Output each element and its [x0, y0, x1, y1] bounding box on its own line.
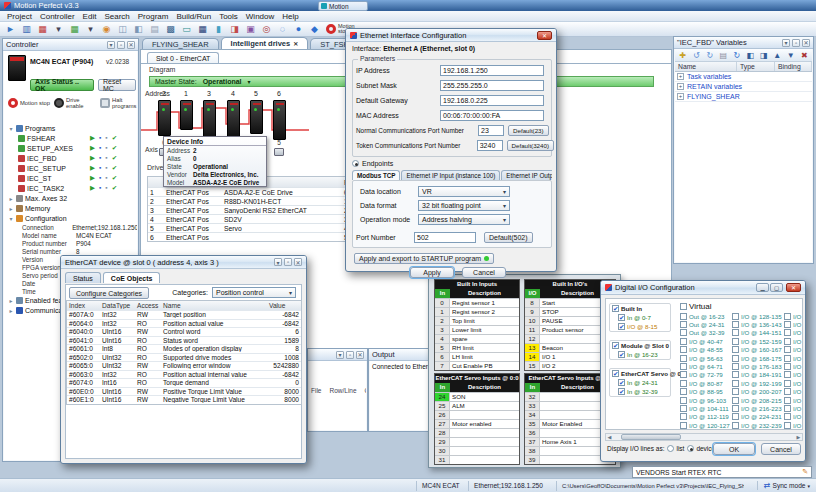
endpoint-tab-1[interactable]: Ethernet IP Input (instance 100): [401, 170, 500, 180]
io-range-row[interactable]: I/O @ 272-279: [782, 346, 802, 354]
io-range-row[interactable]: I/O @ 128-135: [730, 312, 782, 320]
io-range-row[interactable]: In @ 24-31: [610, 378, 670, 387]
io-range-row[interactable]: I/O @ 80-87: [678, 379, 730, 387]
endpoint-tab-2[interactable]: Ethernet IP Output (instance 101): [501, 170, 552, 180]
io-range-row[interactable]: I/O @ 232-239: [730, 421, 782, 429]
checkbox[interactable]: [680, 413, 687, 420]
io-row[interactable]: 4spare: [435, 334, 519, 343]
menu-help[interactable]: Help: [278, 11, 302, 22]
coe-object-row[interactable]: #6063:0Int32ROPosition actual internal v…: [67, 370, 301, 379]
io-range-row[interactable]: Out @ 24-31: [678, 320, 730, 328]
menu-project[interactable]: Project: [3, 11, 36, 22]
terminal-icon[interactable]: ◆: [307, 23, 322, 36]
checkbox[interactable]: [732, 321, 739, 328]
drive-image[interactable]: [273, 100, 286, 140]
io-range-row[interactable]: I/O @ 224-231: [730, 413, 782, 421]
io-row[interactable]: 30: [435, 446, 519, 455]
window-close-icon[interactable]: ✕: [294, 258, 302, 266]
io-row[interactable]: 6LH limit: [435, 352, 519, 361]
coe-object-row[interactable]: #6041:0UInt16ROStatus word1589: [67, 336, 301, 345]
scroll-right-icon[interactable]: ▶: [795, 434, 802, 440]
tree-program-fshear[interactable]: FSHEAR▶▪▪✔: [6, 133, 137, 143]
tree-expander-icon[interactable]: ▸: [8, 297, 14, 304]
move-up-icon[interactable]: ▲: [772, 50, 784, 61]
panel-menu-icon[interactable]: ▾: [336, 351, 344, 359]
io-range-row[interactable]: I/O @ 304-311: [782, 379, 802, 387]
checkbox[interactable]: [784, 355, 791, 362]
io-range-row[interactable]: I/O @ 248-255: [782, 320, 802, 328]
virtual-row[interactable]: Virtual: [678, 302, 712, 311]
field-input[interactable]: 3240: [477, 140, 503, 151]
io-range-row[interactable]: I/O @ 136-143: [730, 320, 782, 328]
checkbox[interactable]: [784, 363, 791, 370]
move-down-icon[interactable]: ▼: [785, 50, 797, 61]
coe-object-row[interactable]: #607A:0Int32RWTarget position-6842: [67, 310, 301, 319]
group-checkbox-row[interactable]: Built In: [610, 304, 670, 313]
endpoints-radio[interactable]: [352, 160, 359, 167]
table-viewer-icon[interactable]: ▦: [195, 23, 210, 36]
coe-object-row[interactable]: #6061:0Int8ROModes of operation display8: [67, 344, 301, 353]
io-range-row[interactable]: I/O @ 320-327: [782, 396, 802, 404]
checkbox[interactable]: [618, 351, 625, 358]
cancel-button[interactable]: Cancel: [761, 443, 801, 455]
configure-categories-button[interactable]: Configure Categories: [69, 287, 149, 299]
io-config-titlebar[interactable]: Digital I/O Configuration ▁ ▢ ✕: [601, 281, 805, 295]
sync-mode-button[interactable]: ⇄ Sync mode ▾: [757, 481, 816, 490]
io-range-row[interactable]: I/O @ 120-127: [678, 421, 730, 429]
tree-expander-icon[interactable]: ▾: [8, 125, 14, 132]
add-variable-icon[interactable]: ✚: [677, 50, 689, 61]
menu-tools[interactable]: Tools: [215, 11, 242, 22]
checkbox[interactable]: [680, 346, 687, 353]
file-copy-icon[interactable]: ▤: [147, 23, 162, 36]
coe-object-row[interactable]: #6040:0UInt16RWControl word6: [67, 327, 301, 336]
io-range-row[interactable]: I/O @ 216-223: [730, 404, 782, 412]
motion-generator-icon[interactable]: ◉: [99, 23, 114, 36]
undo-icon[interactable]: ↺: [691, 50, 703, 61]
oscilloscope-icon[interactable]: ▭: [179, 23, 194, 36]
minimize-icon[interactable]: ▁: [756, 283, 769, 292]
io-row[interactable]: 24SON: [435, 392, 519, 401]
coe-object-row[interactable]: #60E1:0UInt16RWNegative Torque Limit Val…: [67, 395, 301, 404]
checkbox[interactable]: [784, 397, 791, 404]
checkbox[interactable]: [680, 338, 687, 345]
checkbox[interactable]: [732, 363, 739, 370]
motion-floating-toolbar[interactable]: Motion: [318, 1, 368, 11]
io-range-row[interactable]: I/O @ 192-199: [730, 379, 782, 387]
checkbox[interactable]: [784, 388, 791, 395]
checkbox[interactable]: [784, 405, 791, 412]
slot-subtab[interactable]: Slot 0 - EtherCAT: [147, 52, 219, 63]
ok-button[interactable]: OK: [713, 443, 755, 455]
panel-menu-icon[interactable]: ▾: [107, 41, 115, 49]
open-project-icon[interactable]: ►: [3, 23, 18, 36]
variable-group-row[interactable]: +Task variables: [675, 72, 812, 82]
checkbox[interactable]: [612, 305, 619, 312]
field-input[interactable]: 23: [478, 125, 504, 136]
close-icon[interactable]: ✕: [786, 283, 801, 292]
dropdown-select[interactable]: Address halving▾: [418, 214, 510, 225]
tree-program-iec_task2[interactable]: IEC_TASK2▶▪▪✔: [6, 183, 137, 193]
default-button[interactable]: Default(23): [508, 125, 549, 136]
menu-buildrun[interactable]: Build/Run: [172, 11, 215, 22]
io-range-row[interactable]: I/O @ 176-183: [730, 362, 782, 370]
categories-select[interactable]: Position control▾: [212, 287, 296, 298]
redo-icon[interactable]: ↻: [704, 50, 716, 61]
checkbox[interactable]: [784, 422, 791, 429]
field-input[interactable]: 00:06:70:00:00:FA: [440, 110, 544, 121]
checkbox[interactable]: [784, 413, 791, 420]
radio[interactable]: [667, 445, 674, 452]
io-range-row[interactable]: I/O @ 88-95: [678, 388, 730, 396]
close-tab-icon[interactable]: ✕: [293, 40, 298, 47]
io-range-row[interactable]: I/O @ 56-63: [678, 354, 730, 362]
endpoints-radio-row[interactable]: Endpoints: [346, 160, 556, 167]
io-row[interactable]: 2Top limit: [435, 316, 519, 325]
io-range-row[interactable]: Out @ 32-39: [678, 329, 730, 337]
maximize-icon[interactable]: ▢: [770, 283, 783, 292]
checkbox[interactable]: [732, 313, 739, 320]
io-range-row[interactable]: I/O @ 312-319: [782, 388, 802, 396]
io-range-row[interactable]: I/O @ 184-191: [730, 371, 782, 379]
checkbox[interactable]: [680, 405, 687, 412]
io-range-row[interactable]: I/O @ 112-119: [678, 413, 730, 421]
tree-memory[interactable]: ▸Memory: [6, 203, 137, 213]
io-range-row[interactable]: I/O @ 280-287: [782, 354, 802, 362]
panel-pin-icon[interactable]: ▫: [792, 39, 800, 47]
